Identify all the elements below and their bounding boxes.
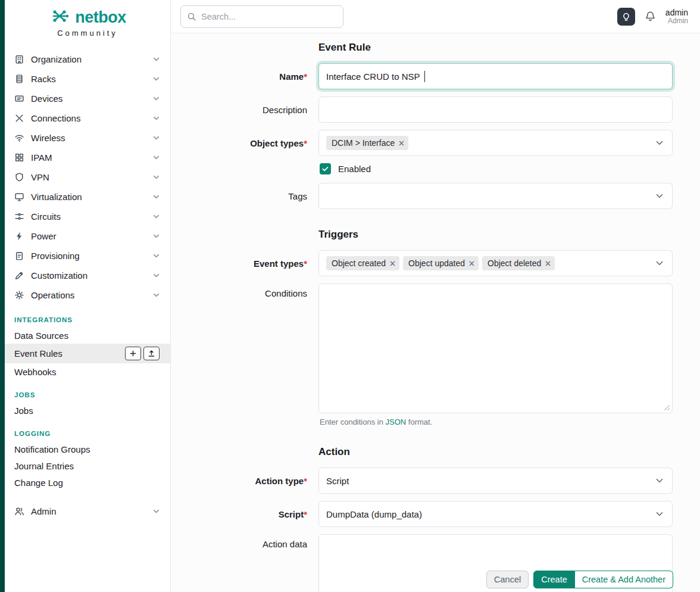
description-input[interactable] (318, 96, 673, 123)
topbar: admin Admin (171, 0, 700, 33)
lightbulb-icon (621, 12, 631, 21)
remove-tag-icon[interactable] (390, 261, 395, 266)
required-marker: * (304, 476, 307, 486)
sidebar: netbox Community Organization Racks Devi… (5, 0, 171, 592)
form-actions: Cancel Create Create & Add Another (486, 571, 673, 588)
notifications-button[interactable] (645, 11, 656, 22)
object-types-label: Object types* (180, 138, 318, 148)
sidebar-item-journal-entries[interactable]: Journal Entries (5, 457, 170, 474)
nav-item-wireless[interactable]: Wireless (5, 128, 170, 148)
upload-icon (148, 350, 155, 357)
nav-item-virtualization[interactable]: Virtualization (5, 187, 170, 207)
gear-icon (14, 290, 24, 300)
text-caret (424, 71, 426, 82)
brand[interactable]: netbox Community (5, 0, 170, 41)
connections-icon (14, 113, 24, 123)
cancel-button[interactable]: Cancel (486, 571, 529, 588)
create-and-add-another-button[interactable]: Create & Add Another (575, 571, 673, 588)
plus-icon (129, 350, 137, 357)
json-docs-link[interactable]: JSON (386, 417, 407, 426)
remove-tag-icon[interactable] (545, 261, 551, 266)
nav-item-customization[interactable]: Customization (5, 266, 170, 285)
required-marker: * (304, 71, 307, 82)
object-types-select[interactable]: DCIM > Interface (318, 130, 673, 156)
sidebar-item-webhooks[interactable]: Webhooks (5, 363, 170, 380)
event-types-select[interactable]: Object created Object updated Object del… (318, 250, 673, 276)
sidebar-item-notification-groups[interactable]: Notification Groups (5, 441, 170, 457)
selected-tag: Object created (326, 256, 399, 270)
theme-toggle-button[interactable] (617, 8, 635, 26)
sidebar-item-change-log[interactable]: Change Log (5, 474, 170, 491)
action-type-select[interactable]: Script (318, 468, 673, 494)
page-title: Event Rule (318, 42, 700, 54)
nav-item-admin[interactable]: Admin (5, 501, 170, 521)
brush-icon (14, 270, 24, 281)
selected-tag: Object updated (403, 256, 479, 270)
section-header: INTEGRATIONS (5, 314, 170, 327)
script-select[interactable]: DumpData (dump_data) (318, 501, 673, 527)
bolt-icon (14, 231, 24, 241)
netbox-logo-icon (49, 7, 70, 27)
brand-name: netbox (75, 8, 126, 27)
nav-item-connections[interactable]: Connections (5, 108, 170, 128)
sidebar-item-data-sources[interactable]: Data Sources (5, 327, 170, 344)
create-button[interactable]: Create (533, 571, 575, 588)
chevron-down-icon (152, 74, 161, 83)
enabled-checkbox[interactable] (320, 163, 331, 175)
chevron-down-icon (654, 475, 665, 486)
add-event-rule-button[interactable] (125, 347, 141, 360)
chevron-down-icon (152, 251, 161, 260)
script-label: Script* (180, 509, 318, 519)
sidebar-item-event-rules[interactable]: Event Rules (5, 344, 170, 363)
primary-nav: Organization Racks Devices Connections W (5, 49, 170, 305)
section-integrations: INTEGRATIONS Data Sources Event Rules We… (5, 314, 170, 380)
app-window: netbox Community Organization Racks Devi… (0, 0, 700, 592)
nav-item-operations[interactable]: Operations (5, 285, 170, 305)
user-menu[interactable]: admin Admin (665, 8, 688, 26)
global-search[interactable] (180, 5, 343, 28)
description-label: Description (180, 105, 318, 115)
chevron-down-icon (152, 55, 161, 64)
bell-icon (645, 11, 656, 22)
nav-item-circuits[interactable]: Circuits (5, 207, 170, 226)
sidebar-item-jobs[interactable]: Jobs (5, 402, 170, 419)
chevron-down-icon (152, 173, 161, 182)
tags-select[interactable] (318, 183, 673, 209)
nav-item-power[interactable]: Power (5, 226, 170, 246)
section-jobs: JOBS Jobs (5, 389, 170, 419)
action-data-label: Action data (180, 534, 318, 549)
required-marker: * (304, 509, 307, 519)
clipboard-icon (14, 251, 24, 261)
chevron-down-icon (654, 258, 665, 269)
check-icon (321, 165, 329, 173)
name-input[interactable]: Interface CRUD to NSP (318, 63, 673, 89)
nav-item-vpn[interactable]: VPN (5, 167, 170, 187)
device-icon (14, 94, 24, 104)
rack-icon (14, 74, 24, 84)
users-icon (14, 506, 24, 516)
resize-grip-icon[interactable] (664, 404, 670, 411)
search-icon (187, 12, 196, 21)
nav-item-organization[interactable]: Organization (5, 49, 170, 69)
name-label: Name* (180, 71, 318, 82)
chevron-down-icon (152, 94, 161, 103)
nav-item-racks[interactable]: Racks (5, 69, 170, 89)
chevron-down-icon (152, 271, 161, 280)
nav-item-devices[interactable]: Devices (5, 89, 170, 108)
conditions-label: Conditions (180, 283, 318, 298)
nav-item-provisioning[interactable]: Provisioning (5, 246, 170, 266)
remove-tag-icon[interactable] (399, 141, 404, 146)
section-header: LOGGING (5, 428, 170, 441)
import-event-rules-button[interactable] (143, 347, 160, 360)
search-input[interactable] (201, 12, 337, 21)
triggers-section-title: Triggers (318, 229, 700, 241)
nav-item-ipam[interactable]: IPAM (5, 148, 170, 167)
chevron-down-icon (654, 191, 665, 201)
event-types-label: Event types* (180, 258, 318, 269)
conditions-help: Enter conditions in JSON format. (320, 417, 673, 426)
remove-tag-icon[interactable] (469, 261, 474, 266)
action-section-title: Action (318, 446, 700, 458)
shield-icon (14, 172, 24, 182)
conditions-textarea[interactable] (318, 283, 673, 413)
selected-tag: Object deleted (482, 256, 555, 270)
